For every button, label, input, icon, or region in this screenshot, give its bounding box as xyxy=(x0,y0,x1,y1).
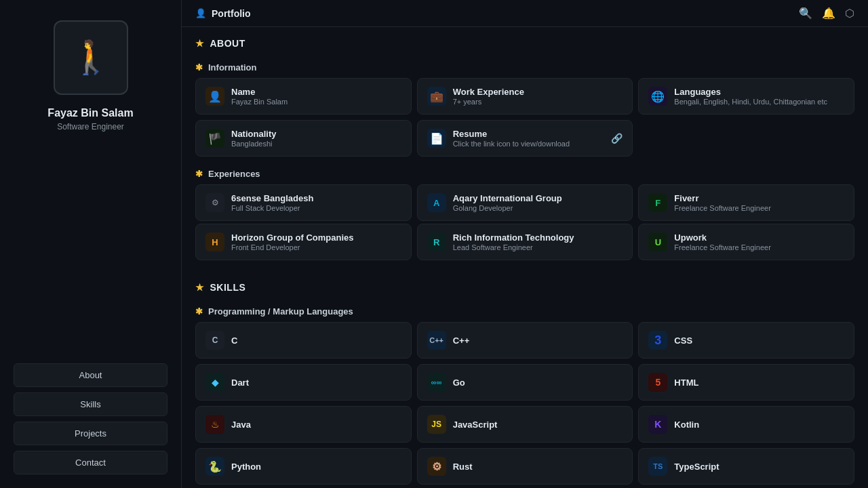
card-upwork[interactable]: U Upwork Freelance Software Engineer xyxy=(638,224,854,260)
card-name-subtitle: Fayaz Bin Salam xyxy=(231,98,288,106)
topbar-left: 👤 Portfolio xyxy=(195,8,251,19)
lang-row2: ◆ Dart ∞∞ Go 5 HTML xyxy=(195,364,854,401)
kotlin-icon: K xyxy=(648,415,667,434)
python-icon: 🐍 xyxy=(205,457,224,476)
sidebar-navigation: About Skills Projects Contact xyxy=(14,363,167,474)
aqary-icon: A xyxy=(427,193,446,212)
card-resume-title: Resume xyxy=(453,129,570,139)
skill-js[interactable]: JS JavaScript xyxy=(417,406,633,443)
skill-go-label: Go xyxy=(453,378,465,388)
profile-name: Fayaz Bin Salam xyxy=(47,107,133,119)
card-langs-subtitle: Bengali, English, Hindi, Urdu, Chittagon… xyxy=(674,98,827,106)
exp-label: Experiences xyxy=(208,169,260,179)
skill-cpp[interactable]: C++ C++ xyxy=(417,322,633,359)
card-nat-title: Nationality xyxy=(231,129,276,139)
upwork-title: Upwork xyxy=(674,232,770,243)
c-icon: C xyxy=(205,331,224,350)
card-name-title: Name xyxy=(231,87,288,97)
skill-java[interactable]: ♨ Java xyxy=(195,406,412,443)
rich-info-title: Rich Information Technology xyxy=(453,232,574,243)
card-6sense[interactable]: ⚙ 6sense Bangladesh Full Stack Developer xyxy=(195,184,412,221)
skill-rust[interactable]: ⚙ Rust xyxy=(417,448,633,485)
rich-info-icon: R xyxy=(427,232,446,251)
link-icon[interactable]: 🔗 xyxy=(611,133,623,144)
upwork-subtitle: Freelance Software Engineer xyxy=(674,243,770,251)
skill-dart-label: Dart xyxy=(231,378,249,388)
go-icon: ∞∞ xyxy=(427,373,446,392)
card-resume[interactable]: 📄 Resume Click the link icon to view/dow… xyxy=(417,120,633,157)
lang-row1: C C C++ C++ 3 CSS xyxy=(195,322,854,359)
card-aqary[interactable]: A Aqary International Group Golang Devel… xyxy=(417,184,633,221)
languages-icon: 🌐 xyxy=(648,87,667,106)
exp-cards-row1: ⚙ 6sense Bangladesh Full Stack Developer… xyxy=(195,184,854,221)
skill-html[interactable]: 5 HTML xyxy=(638,364,854,401)
skills-section-label: SKILLS xyxy=(210,282,246,293)
skill-kotlin[interactable]: K Kotlin xyxy=(638,406,854,443)
main-content: 👤 Portfolio 🔍 🔔 ⬡ ★ ABOUT ✱ Information … xyxy=(182,0,868,488)
card-work-experience[interactable]: 💼 Work Experience 7+ years xyxy=(417,78,633,115)
card-nationality[interactable]: 🏴 Nationality Bangladeshi xyxy=(195,120,412,157)
skill-css[interactable]: 3 CSS xyxy=(638,322,854,359)
card-languages[interactable]: 🌐 Languages Bengali, English, Hindi, Urd… xyxy=(638,78,854,115)
skill-python[interactable]: 🐍 Python xyxy=(195,448,412,485)
css-icon: 3 xyxy=(648,331,667,350)
card-horizon[interactable]: H Horizon Group of Companies Front End D… xyxy=(195,224,412,260)
content-area: ★ ABOUT ✱ Information 👤 Name Fayaz Bin S… xyxy=(182,27,868,488)
skill-cpp-label: C++ xyxy=(453,336,470,346)
card-langs-title: Languages xyxy=(674,87,827,97)
sidebar: 🚶 Fayaz Bin Salam Software Engineer Abou… xyxy=(0,0,182,488)
sidebar-item-contact[interactable]: Contact xyxy=(14,451,167,474)
fiverr-icon: F xyxy=(648,193,667,212)
dart-icon: ◆ xyxy=(205,373,224,392)
card-fiverr[interactable]: F Fiverr Freelance Software Engineer xyxy=(638,184,854,221)
topbar-title: Portfolio xyxy=(212,8,251,19)
resume-icon: 📄 xyxy=(427,129,446,148)
skill-go[interactable]: ∞∞ Go xyxy=(417,364,633,401)
6sense-subtitle: Full Stack Developer xyxy=(231,204,313,212)
portfolio-icon: 👤 xyxy=(195,8,206,18)
skills-section-header: ★ SKILLS xyxy=(195,271,854,300)
exp-subsection: ✱ Experiences xyxy=(195,162,854,184)
card-work-title: Work Experience xyxy=(453,87,524,97)
lang-row4: 🐍 Python ⚙ Rust TS TypeScript xyxy=(195,448,854,485)
star-icon: ★ xyxy=(195,38,205,49)
horizon-subtitle: Front End Developer xyxy=(231,243,354,251)
horizon-icon: H xyxy=(205,232,224,251)
lang-row3: ♨ Java JS JavaScript K Kotlin xyxy=(195,406,854,443)
search-icon[interactable]: 🔍 xyxy=(799,7,812,20)
info-cards-row2: 🏴 Nationality Bangladeshi 📄 Resume Click… xyxy=(195,120,854,157)
card-name[interactable]: 👤 Name Fayaz Bin Salam xyxy=(195,78,412,115)
avatar: 🚶 xyxy=(54,20,128,95)
fiverr-title: Fiverr xyxy=(674,193,770,203)
sidebar-item-skills[interactable]: Skills xyxy=(14,392,167,416)
skill-html-label: HTML xyxy=(674,378,698,388)
card-nat-subtitle: Bangladeshi xyxy=(231,140,276,148)
6sense-title: 6sense Bangladesh xyxy=(231,193,313,203)
skill-dart[interactable]: ◆ Dart xyxy=(195,364,412,401)
sidebar-item-about[interactable]: About xyxy=(14,363,167,387)
skill-java-label: Java xyxy=(231,420,251,430)
info-cards-row1: 👤 Name Fayaz Bin Salam 💼 Work Experience… xyxy=(195,78,854,115)
bell-icon[interactable]: 🔔 xyxy=(822,7,835,20)
skill-rust-label: Rust xyxy=(453,462,473,472)
skill-kotlin-label: Kotlin xyxy=(674,420,699,430)
aqary-title: Aqary International Group xyxy=(453,193,562,203)
horizon-title: Horizon Group of Companies xyxy=(231,232,354,243)
upwork-icon: U xyxy=(648,232,667,251)
fiverr-subtitle: Freelance Software Engineer xyxy=(674,204,770,212)
skill-ts-label: TypeScript xyxy=(674,462,719,472)
html-icon: 5 xyxy=(648,373,667,392)
topbar: 👤 Portfolio 🔍 🔔 ⬡ xyxy=(182,0,868,27)
aqary-subtitle: Golang Developer xyxy=(453,204,562,212)
card-rich-info[interactable]: R Rich Information Technology Lead Softw… xyxy=(417,224,633,260)
prog-subsection: ✱ Programming / Markup Languages xyxy=(195,300,854,322)
prog-label: Programming / Markup Languages xyxy=(208,306,353,317)
skill-c[interactable]: C C xyxy=(195,322,412,359)
sidebar-item-projects[interactable]: Projects xyxy=(14,422,167,445)
work-icon: 💼 xyxy=(427,87,446,106)
share-icon[interactable]: ⬡ xyxy=(845,7,854,20)
about-section-label: ABOUT xyxy=(210,38,245,49)
skill-typescript[interactable]: TS TypeScript xyxy=(638,448,854,485)
java-icon: ♨ xyxy=(205,415,224,434)
rich-info-subtitle: Lead Software Engineer xyxy=(453,243,574,251)
